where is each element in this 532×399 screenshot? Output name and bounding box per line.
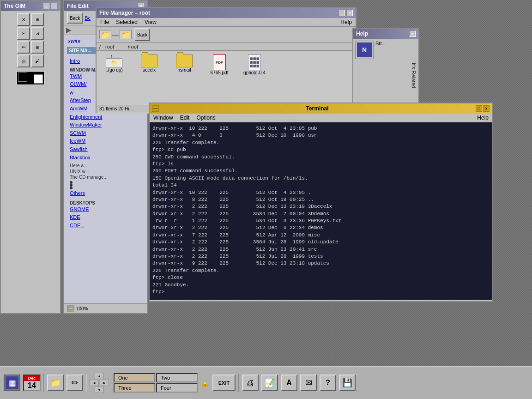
kde-link[interactable]: KDE xyxy=(70,213,141,222)
taskbar-file-btn[interactable]: 📁 xyxy=(47,375,64,391)
terminal-menu-options[interactable]: Options xyxy=(196,115,215,121)
nav-bc-link[interactable]: Bc xyxy=(85,15,91,21)
fm-folder-icon-1: 📁 xyxy=(99,30,111,39)
accelx-icon xyxy=(141,54,157,67)
right-panel-icon: N xyxy=(355,41,374,59)
fm-menu-help[interactable]: Help xyxy=(340,19,352,25)
terminal-min-btn[interactable]: □ xyxy=(476,105,482,112)
terminal-max-btn[interactable]: × xyxy=(483,105,490,112)
gimp-tool-2[interactable]: ⊕ xyxy=(31,13,44,26)
fm-current-path: /root xyxy=(128,44,138,49)
enlightenment-link[interactable]: Enlightenment xyxy=(70,113,141,121)
pager-btn-one[interactable]: One xyxy=(114,373,155,382)
nav-status-pct: 100% xyxy=(76,306,88,311)
fm-item-pdf[interactable]: PDF 6765.pdf xyxy=(206,54,233,110)
fm-iconify-btn[interactable]: _ xyxy=(339,10,345,16)
taskbar-text-btn[interactable]: 📝 xyxy=(261,375,278,391)
taskbar-drive-btn[interactable]: 💾 xyxy=(339,375,356,391)
taskbar-arrow-left[interactable]: ◄ xyxy=(90,380,99,386)
gimp-minimize-btn[interactable]: _ xyxy=(43,3,49,9)
nav-statusbar: 🔒 100% xyxy=(64,303,147,313)
gimp-tool-8[interactable]: 🖌 xyxy=(31,54,44,67)
taskbar-lock-area: 🔒 xyxy=(200,379,210,387)
pager-btn-four[interactable]: Four xyxy=(156,383,198,393)
n-icon: N xyxy=(357,42,372,57)
nav-back-btn[interactable]: Back xyxy=(67,12,83,24)
pager-buttons: One Two Three Four xyxy=(114,373,198,393)
file-manager-window: File Manager – root _ × File Selected Vi… xyxy=(96,7,357,113)
terminal-body[interactable]: drwxr-xr-x 10 222 225 512 Oct 4 23:05 pu… xyxy=(150,122,492,300)
others-link[interactable]: Others xyxy=(70,189,141,198)
pdf-icon: PDF xyxy=(213,54,226,70)
terminal-menu-edit[interactable]: Edit xyxy=(180,115,190,121)
scwm-link[interactable]: SCWM xyxy=(70,129,141,138)
terminal-win-controls: □ × xyxy=(476,105,490,112)
taskbar-sep-3 xyxy=(238,374,239,392)
taskbar-arrow-down[interactable]: ▼ xyxy=(95,387,104,393)
gimp-panel: The GIM _ □ ✕ ⊕ ✂ ⊿ ✏ ⊞ ◎ 🖌 xyxy=(0,0,61,314)
pager-btn-two[interactable]: Two xyxy=(156,373,198,382)
blackbox-link[interactable]: Blackbox xyxy=(70,154,141,162)
nav-status-icon: 🔒 xyxy=(67,305,74,312)
fm-arrow: — xyxy=(112,31,119,38)
gimp-color-selector[interactable] xyxy=(17,71,44,85)
desktops-title: DESKTOPS xyxy=(70,200,141,206)
fm-close-btn[interactable]: × xyxy=(346,10,353,16)
terminal-titlebar-left: — xyxy=(152,105,159,112)
fm-back-btn[interactable]: Back xyxy=(134,28,150,41)
taskbar-arrow-up[interactable]: ▲ xyxy=(95,373,104,379)
fm-menu-view[interactable]: View xyxy=(145,19,157,25)
taskbar-app-icon[interactable]: ▦ xyxy=(4,375,20,391)
taskbar-calendar[interactable]: Dec 14 xyxy=(23,375,41,391)
gimp-toolbar: ✕ ⊕ ✂ ⊿ ✏ ⊞ ◎ 🖌 xyxy=(1,11,60,87)
file-manager-menubar: File Selected View Help xyxy=(97,18,356,27)
file-manager-toolbar: 📁 — 📁 Back xyxy=(97,27,356,43)
gnome-link[interactable]: GNOME xyxy=(70,206,141,214)
taskbar-edit-btn[interactable]: ✏ xyxy=(66,375,83,391)
right-panel-title: Help xyxy=(356,30,368,37)
gimp-maximize-btn[interactable]: □ xyxy=(51,3,57,9)
cde-link[interactable]: CDE... xyxy=(70,222,141,230)
taskbar-arrow-right[interactable]: ► xyxy=(100,380,109,386)
fm-item-accelx[interactable]: accelx xyxy=(135,54,163,110)
nav-arrow-right[interactable]: ▶ xyxy=(66,26,71,34)
terminal-menu-window[interactable]: Window xyxy=(153,115,173,121)
taskbar-info-btn[interactable]: ? xyxy=(320,375,336,391)
sawfish-link[interactable]: Sawfish xyxy=(70,145,141,154)
taskbar-sep-2 xyxy=(86,374,87,392)
right-panel-close[interactable]: × xyxy=(409,30,416,37)
nav-title-text: File Edit xyxy=(67,3,89,9)
taskbar-app-icon-inner: ▦ xyxy=(6,376,18,389)
nsmail-icon xyxy=(176,54,193,67)
right-panel-inner: N Str... xyxy=(355,41,417,59)
nsmail-label: nsmail xyxy=(178,67,191,73)
go-up-icon: 📁 ↑ xyxy=(106,54,122,67)
fm-go-up-label: ..(go up) xyxy=(105,67,122,73)
fm-menu-selected[interactable]: Selected xyxy=(116,19,138,25)
taskbar-font-btn[interactable]: A xyxy=(281,375,297,391)
fm-menu-file[interactable]: File xyxy=(100,19,109,25)
fm-item-nsmail[interactable]: nsmail xyxy=(170,54,198,110)
terminal-menu-help[interactable]: Help xyxy=(477,115,489,121)
gimp-tool-6[interactable]: ⊞ xyxy=(31,41,44,54)
windowmaker-link[interactable]: WindowMaker xyxy=(70,121,141,129)
fm-item-go-up[interactable]: 📁 ↑ ..(go up) xyxy=(100,54,128,110)
taskbar-mail-btn[interactable]: ✉ xyxy=(300,375,317,391)
terminal-iconify-btn[interactable]: — xyxy=(152,105,159,112)
gimp-tool-7[interactable]: ◎ xyxy=(17,54,30,67)
here-a-text: Here a... xyxy=(70,163,141,168)
right-panel-titlebar: Help × xyxy=(353,29,418,39)
gimp-tool-3[interactable]: ✂ xyxy=(17,27,30,40)
gimp-tool-1[interactable]: ✕ xyxy=(17,13,30,26)
pager-btn-three[interactable]: Three xyxy=(114,383,155,393)
gimp-tool-5[interactable]: ✏ xyxy=(17,41,30,54)
fm-folder-icons: 📁 — 📁 xyxy=(99,30,132,39)
taskbar-printer-btn[interactable]: 🖨 xyxy=(242,375,259,391)
icewm-link[interactable]: IceWM xyxy=(70,137,141,145)
exit-button[interactable]: EXIT xyxy=(212,375,236,391)
fm-item-gphoto[interactable]: ▦▦▦▦▦▦▦▦▦ gphoto-0.4 xyxy=(241,54,268,110)
gimp-tool-4[interactable]: ⊿ xyxy=(31,27,44,40)
terminal-window: — Terminal □ × Window Edit Options Help … xyxy=(149,103,493,302)
taskbar: ▦ Dec 14 📁 ✏ ▲ ◄ ► ▼ One Two Three Four … xyxy=(0,366,532,399)
taskbar-nav-arrows: ▲ ◄ ► ▼ xyxy=(90,373,109,393)
